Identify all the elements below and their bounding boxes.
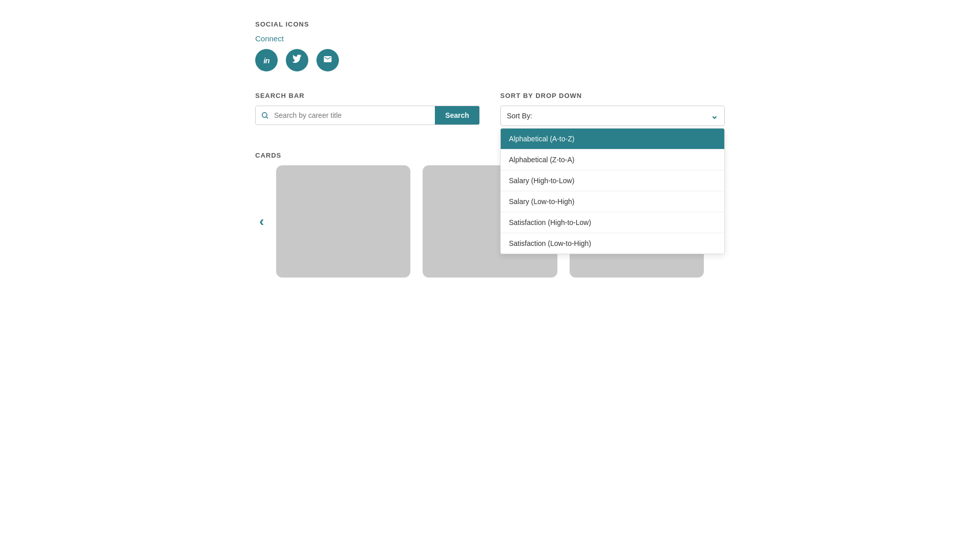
sort-row[interactable]: Sort By: ⌄	[500, 106, 725, 126]
svg-point-0	[262, 113, 267, 117]
chevron-down-icon: ⌄	[710, 110, 718, 121]
search-bar-label: SEARCH BAR	[255, 92, 480, 99]
email-icon	[323, 55, 332, 66]
carousel-prev-button[interactable]: ‹	[255, 209, 268, 234]
linkedin-icon-button[interactable]: in	[255, 49, 278, 71]
search-icon	[256, 111, 274, 119]
search-bar-section: SEARCH BAR Search	[255, 92, 480, 125]
svg-line-1	[266, 117, 268, 118]
social-icons-row: in	[255, 49, 725, 71]
sort-container: Sort By: ⌄ Alphabetical (A-to-Z) Alphabe…	[500, 106, 725, 126]
sort-by-section: SORT BY DROP DOWN Sort By: ⌄ Alphabetica…	[500, 92, 725, 126]
search-bar-wrapper: Search	[255, 106, 480, 125]
social-icons-label: SOCIAL ICONS	[255, 20, 725, 28]
search-input[interactable]	[274, 106, 435, 124]
email-icon-button[interactable]	[316, 49, 339, 71]
search-button[interactable]: Search	[435, 106, 479, 124]
search-sort-row: SEARCH BAR Search SORT BY DROP DOWN Sort…	[255, 92, 725, 126]
linkedin-icon: in	[263, 56, 269, 65]
twitter-icon	[292, 55, 302, 66]
sort-option-satisfaction-high-low[interactable]: Satisfaction (High-to-Low)	[501, 212, 724, 233]
card-1[interactable]	[276, 165, 410, 278]
sort-option-alpha-za[interactable]: Alphabetical (Z-to-A)	[501, 149, 724, 170]
chevron-left-icon: ‹	[259, 213, 264, 229]
connect-label: Connect	[255, 34, 725, 43]
sort-by-text: Sort By:	[507, 112, 710, 120]
sort-option-salary-low-high[interactable]: Salary (Low-to-High)	[501, 191, 724, 212]
sort-by-label: SORT BY DROP DOWN	[500, 92, 725, 99]
twitter-icon-button[interactable]	[286, 49, 308, 71]
sort-option-satisfaction-low-high[interactable]: Satisfaction (Low-to-High)	[501, 233, 724, 254]
sort-option-alpha-az[interactable]: Alphabetical (A-to-Z)	[501, 129, 724, 149]
social-icons-section: SOCIAL ICONS Connect in	[255, 20, 725, 71]
sort-dropdown-menu: Alphabetical (A-to-Z) Alphabetical (Z-to…	[500, 128, 725, 254]
sort-option-salary-high-low[interactable]: Salary (High-to-Low)	[501, 170, 724, 191]
